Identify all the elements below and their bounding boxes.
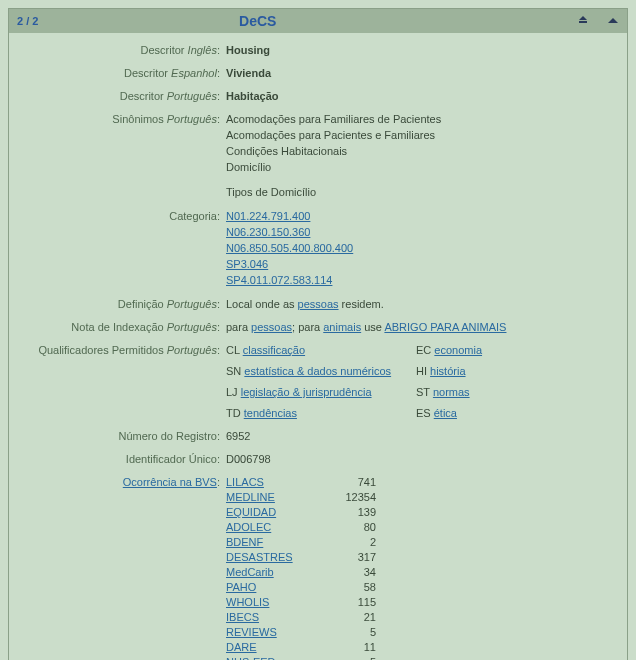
label-unique-id: Identificador Único: [21, 452, 226, 467]
synonyms-list: Acomodações para Familiares de Pacientes… [226, 112, 615, 201]
occurrence-source-link[interactable]: DARE [226, 641, 257, 653]
label-index-note: Nota de Indexação Português: [21, 320, 226, 335]
qualifier-item: SN estatística & dados numéricos [226, 364, 416, 379]
qualifier-link[interactable]: ética [434, 407, 457, 419]
occurrence-source-link[interactable]: MEDLINE [226, 491, 275, 503]
occurrence-count: 741 [326, 475, 376, 490]
label-qualifiers: Qualificadores Permitidos Português: [21, 343, 226, 358]
qualifiers-grid: CL classificaçãoEC economiaSN estatístic… [226, 343, 615, 421]
qualifier-link[interactable]: classificação [243, 344, 305, 356]
svg-rect-0 [579, 21, 587, 23]
occurrence-source-link[interactable]: MedCarib [226, 566, 274, 578]
qualifier-item: EC economia [416, 343, 576, 358]
index-link-1[interactable]: pessoas [251, 321, 292, 333]
occurrence-source-link[interactable]: LILACS [226, 476, 264, 488]
descriptor-es: Vivienda [226, 66, 615, 81]
occurrence-count: 12354 [326, 490, 376, 505]
occurrence-count: 115 [326, 595, 376, 610]
occurrence-source-link[interactable]: WHOLIS [226, 596, 269, 608]
qualifier-item: CL classificação [226, 343, 416, 358]
occurrence-count: 34 [326, 565, 376, 580]
definition-link[interactable]: pessoas [298, 298, 339, 310]
unique-id: D006798 [226, 452, 615, 467]
qualifier-item: TD tendências [226, 406, 416, 421]
occurrence-source-link[interactable]: IBECS [226, 611, 259, 623]
occurrence-count: 2 [326, 535, 376, 550]
content: Descritor Inglês: Housing Descritor Espa… [9, 33, 627, 660]
qualifier-item: LJ legislação & jurisprudência [226, 385, 416, 400]
occurrence-count: 5 [326, 625, 376, 640]
category-link[interactable]: N06.850.505.400.800.400 [226, 242, 353, 254]
qualifier-link[interactable]: normas [433, 386, 470, 398]
qualifier-item: HI história [416, 364, 576, 379]
synonym-item: Condições Habitacionais [226, 144, 615, 159]
occurrence-count: 58 [326, 580, 376, 595]
category-link[interactable]: N06.230.150.360 [226, 226, 310, 238]
synonym-item: Acomodações para Pacientes e Familiares [226, 128, 615, 143]
index-note-text: para pessoas; para animais use ABRIGO PA… [226, 320, 615, 335]
collapse-icon[interactable] [607, 15, 619, 27]
index-link-3[interactable]: ABRIGO PARA ANIMAIS [384, 321, 506, 333]
descriptor-pt: Habitação [226, 89, 615, 104]
occurrence-count: 139 [326, 505, 376, 520]
category-link[interactable]: N01.224.791.400 [226, 210, 310, 222]
definition-text: Local onde as pessoas residem. [226, 297, 615, 312]
occurrence-table: LILACS741MEDLINE12354EQUIDAD139ADOLEC80B… [226, 475, 615, 660]
titlebar: 2 / 2 DeCS [9, 9, 627, 33]
label-category: Categoria: [21, 209, 226, 224]
qualifier-item: ST normas [416, 385, 576, 400]
occurrence-count: 317 [326, 550, 376, 565]
qualifier-link[interactable]: história [430, 365, 465, 377]
index-link-2[interactable]: animais [323, 321, 361, 333]
occurrence-source-link[interactable]: REVIEWS [226, 626, 277, 638]
occurrence-link[interactable]: Ocorrência na BVS [123, 476, 217, 488]
print-icon[interactable] [577, 15, 589, 27]
occurrence-count: 5 [326, 655, 376, 660]
qualifier-item: ES ética [416, 406, 576, 421]
label-descriptor-es: Descritor Espanhol: [21, 66, 226, 81]
occurrence-source-link[interactable]: PAHO [226, 581, 256, 593]
qualifier-link[interactable]: tendências [244, 407, 297, 419]
label-descriptor-pt: Descritor Português: [21, 89, 226, 104]
qualifier-link[interactable]: legislação & jurisprudência [241, 386, 372, 398]
synonym-item: Tipos de Domicílio [226, 185, 615, 200]
record-panel: 2 / 2 DeCS Descritor Inglês: Housing Des… [8, 8, 628, 660]
occurrence-source-link[interactable]: EQUIDAD [226, 506, 276, 518]
category-list: N01.224.791.400N06.230.150.360N06.850.50… [226, 209, 615, 289]
qualifier-link[interactable]: estatística & dados numéricos [244, 365, 391, 377]
label-definition: Definição Português: [21, 297, 226, 312]
label-record-number: Número do Registro: [21, 429, 226, 444]
synonym-item: Domicílio [226, 160, 615, 175]
record-number: 6952 [226, 429, 615, 444]
occurrence-count: 80 [326, 520, 376, 535]
descriptor-en: Housing [226, 43, 615, 58]
occurrence-count: 11 [326, 640, 376, 655]
label-descriptor-en: Descritor Inglês: [21, 43, 226, 58]
occurrence-source-link[interactable]: BDENF [226, 536, 263, 548]
occurrence-source-link[interactable]: DESASTRES [226, 551, 293, 563]
qualifier-link[interactable]: economia [434, 344, 482, 356]
occurrence-count: 21 [326, 610, 376, 625]
category-link[interactable]: SP3.046 [226, 258, 268, 270]
occurrence-source-link[interactable]: ADOLEC [226, 521, 271, 533]
panel-title: DeCS [8, 13, 507, 29]
synonym-item: Acomodações para Familiares de Pacientes [226, 112, 615, 127]
occurrence-source-link[interactable]: NHS-EED [226, 656, 276, 660]
label-synonyms: Sinônimos Português: [21, 112, 226, 127]
label-occurrence: Ocorrência na BVS: [21, 475, 226, 490]
category-link[interactable]: SP4.011.072.583.114 [226, 274, 332, 286]
